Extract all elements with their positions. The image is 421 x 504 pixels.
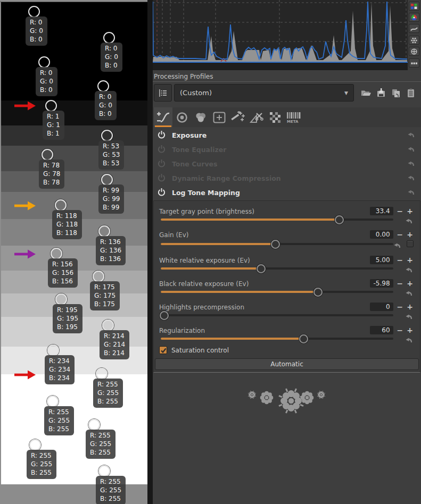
slider-thumb[interactable] bbox=[271, 240, 280, 249]
increment-button[interactable]: + bbox=[407, 257, 413, 263]
sample-ring[interactable] bbox=[101, 174, 113, 186]
slider-track[interactable] bbox=[161, 291, 393, 293]
sample-ring[interactable] bbox=[97, 80, 109, 92]
vectorscope-icon bbox=[410, 48, 418, 55]
tab-exposure[interactable] bbox=[154, 107, 172, 127]
slider-value-field[interactable]: 0.00 bbox=[370, 230, 393, 239]
increment-button[interactable]: + bbox=[407, 327, 413, 333]
power-toggle-icon[interactable] bbox=[158, 188, 166, 198]
reset-tool-icon[interactable] bbox=[407, 130, 415, 140]
decrement-button[interactable]: − bbox=[397, 280, 403, 287]
tab-local-editing[interactable] bbox=[210, 107, 228, 127]
curve-button[interactable] bbox=[409, 24, 419, 33]
slider-thumb[interactable] bbox=[335, 215, 344, 224]
pane-divider[interactable] bbox=[147, 0, 153, 504]
rgb-channels-button[interactable] bbox=[409, 2, 419, 11]
slider-track[interactable] bbox=[161, 219, 393, 221]
sample-ring[interactable] bbox=[93, 271, 104, 282]
sample-ring[interactable] bbox=[103, 32, 115, 44]
sample-ring[interactable] bbox=[51, 248, 62, 259]
automatic-button[interactable]: Automatic bbox=[155, 358, 419, 370]
tool-expander-tone-curves[interactable]: Tone Curves bbox=[153, 157, 421, 171]
decrement-button[interactable]: − bbox=[397, 304, 403, 310]
sample-ring[interactable] bbox=[29, 439, 41, 451]
tab-raw[interactable] bbox=[266, 107, 284, 127]
sample-ring[interactable] bbox=[98, 465, 110, 477]
sample-ring[interactable] bbox=[98, 225, 110, 237]
slider-value-field[interactable]: 60 bbox=[370, 326, 393, 334]
folder-open-button[interactable] bbox=[359, 85, 373, 100]
increment-button[interactable]: + bbox=[407, 208, 413, 214]
tab-metadata[interactable]: META bbox=[284, 107, 303, 127]
sample-rgb-readout: R: 0 G: 0 B: 0 bbox=[36, 67, 57, 96]
vectorscope-button[interactable] bbox=[409, 47, 419, 56]
reset-slider-icon[interactable] bbox=[393, 241, 401, 251]
slider-value-field[interactable]: 5.00 bbox=[370, 256, 393, 264]
tool-expander-log-tone-mapping[interactable]: Log Tone Mapping bbox=[153, 186, 421, 200]
raw-histogram-button[interactable] bbox=[409, 36, 419, 45]
reset-tool-icon[interactable] bbox=[407, 173, 415, 183]
options-button[interactable] bbox=[409, 58, 419, 68]
sample-ring[interactable] bbox=[88, 419, 100, 431]
slider-track[interactable] bbox=[161, 267, 393, 270]
tab-transform[interactable] bbox=[247, 107, 266, 127]
gain-auto-checkbox[interactable] bbox=[407, 240, 414, 247]
slider-thumb[interactable] bbox=[160, 311, 169, 320]
slider-thumb[interactable] bbox=[299, 334, 308, 343]
reset-slider-icon[interactable] bbox=[405, 216, 412, 226]
sample-ring[interactable] bbox=[28, 6, 40, 18]
save-profile-button[interactable] bbox=[374, 85, 388, 100]
color-wheel-button[interactable] bbox=[409, 13, 419, 22]
sample-ring[interactable] bbox=[96, 368, 108, 380]
decrement-button[interactable]: − bbox=[397, 257, 403, 263]
power-toggle-icon[interactable] bbox=[158, 159, 166, 170]
sample-ring[interactable] bbox=[102, 320, 114, 331]
power-toggle-icon[interactable] bbox=[158, 173, 166, 184]
slider-track[interactable] bbox=[161, 338, 393, 340]
profile-list-button[interactable] bbox=[154, 84, 172, 102]
increment-button[interactable]: + bbox=[407, 280, 413, 287]
tab-special-effects[interactable] bbox=[228, 107, 247, 127]
reset-slider-icon[interactable] bbox=[405, 312, 412, 322]
power-toggle-icon[interactable] bbox=[158, 130, 166, 141]
saturation-control-checkbox[interactable] bbox=[159, 346, 167, 354]
sample-ring[interactable] bbox=[101, 130, 113, 141]
increment-button[interactable]: + bbox=[407, 304, 413, 310]
reset-slider-icon[interactable] bbox=[405, 265, 412, 275]
copy-profile-button[interactable] bbox=[389, 85, 403, 100]
power-toggle-icon[interactable] bbox=[158, 145, 166, 155]
decrement-button[interactable]: − bbox=[397, 208, 403, 214]
slider-label: White relative exposure (Ev) bbox=[159, 257, 250, 264]
decrement-button[interactable]: − bbox=[397, 327, 403, 333]
paste-profile-button[interactable] bbox=[404, 85, 418, 100]
reset-tool-icon[interactable] bbox=[407, 188, 415, 198]
slider-value-field[interactable]: 0 bbox=[370, 303, 393, 311]
sample-ring[interactable] bbox=[55, 199, 67, 211]
tab-color[interactable] bbox=[191, 107, 210, 127]
image-preview-area[interactable]: R: 0 G: 0 B: 0R: 0 G: 0 B: 0R: 0 G: 0 B:… bbox=[0, 0, 147, 504]
sample-ring[interactable] bbox=[55, 293, 67, 305]
reset-slider-icon[interactable] bbox=[405, 335, 412, 346]
sample-ring[interactable] bbox=[45, 100, 57, 112]
tool-expander-tone-equalizer[interactable]: Tone Equalizer bbox=[153, 142, 421, 157]
tab-detail[interactable] bbox=[172, 107, 191, 127]
reset-slider-icon[interactable] bbox=[405, 289, 412, 299]
sample-ring[interactable] bbox=[38, 56, 50, 68]
slider-thumb[interactable] bbox=[257, 264, 266, 273]
save-profile-icon bbox=[376, 88, 386, 98]
sample-ring[interactable] bbox=[47, 396, 59, 407]
tool-expander-dynamic-range-compression[interactable]: Dynamic Range Compression bbox=[153, 171, 421, 186]
reset-tool-icon[interactable] bbox=[407, 159, 415, 169]
reset-tool-icon[interactable] bbox=[407, 145, 415, 155]
histogram[interactable] bbox=[153, 0, 408, 63]
sample-ring[interactable] bbox=[42, 149, 53, 161]
tool-expander-exposure[interactable]: Exposure bbox=[153, 128, 421, 142]
slider-value-field[interactable]: -5.98 bbox=[370, 279, 393, 288]
slider-track[interactable] bbox=[161, 314, 393, 316]
slider-value-field[interactable]: 33.4 bbox=[370, 207, 393, 215]
increment-button[interactable]: + bbox=[407, 231, 413, 238]
profile-combobox[interactable]: (Custom) ▼ bbox=[174, 84, 354, 102]
decrement-button[interactable]: − bbox=[397, 231, 403, 238]
slider-thumb[interactable] bbox=[313, 288, 323, 297]
sample-ring[interactable] bbox=[47, 345, 59, 356]
